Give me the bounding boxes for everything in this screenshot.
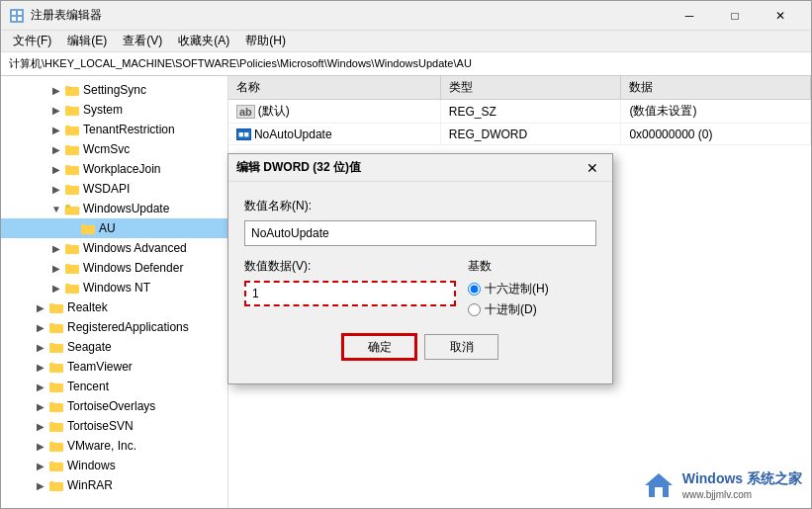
edit-dword-dialog: 编辑 DWORD (32 位)值 ✕ 数值名称(N): 数值数据(V): 基数 <box>227 153 613 384</box>
radio-hex-input[interactable] <box>468 283 481 296</box>
address-bar: 计算机\HKEY_LOCAL_MACHINE\SOFTWARE\Policies… <box>1 52 811 76</box>
tree-arrow: ▶ <box>48 283 64 294</box>
value-section: 数值数据(V): <box>244 258 456 306</box>
tree-panel[interactable]: ▶ SettingSync ▶ System ▶ TenantRestrict <box>1 76 228 508</box>
tree-arrow: ▶ <box>48 85 64 96</box>
name-input[interactable] <box>244 220 596 246</box>
tree-item-windowsnt[interactable]: ▶ Windows NT <box>1 278 227 297</box>
svg-rect-17 <box>65 185 70 188</box>
tree-item-vmware[interactable]: ▶ VMware, Inc. <box>1 436 227 456</box>
menu-edit[interactable]: 编辑(E) <box>59 31 115 51</box>
folder-icon <box>48 300 64 314</box>
radio-group: 十六进制(H) 十进制(D) <box>468 281 596 318</box>
table-row[interactable]: ■■ NoAutoUpdate REG_DWORD 0x00000000 (0) <box>228 124 811 145</box>
radio-dec[interactable]: 十进制(D) <box>468 301 596 318</box>
tree-arrow: ▶ <box>33 441 48 452</box>
tree-label: WSDAPI <box>83 182 130 196</box>
tree-arrow: ▶ <box>48 263 64 274</box>
tree-item-wcmsvc[interactable]: ▶ WcmSvc <box>1 139 227 159</box>
tree-arrow: ▶ <box>48 105 64 116</box>
menu-favorites[interactable]: 收藏夹(A) <box>170 31 237 51</box>
tree-item-windows[interactable]: ▶ Windows <box>1 456 227 475</box>
folder-icon <box>48 399 64 413</box>
cell-name: ab (默认) <box>228 100 440 124</box>
radio-hex[interactable]: 十六进制(H) <box>468 281 596 297</box>
tree-label: Realtek <box>67 300 108 314</box>
tree-item-teamviewer[interactable]: ▶ TeamViewer <box>1 357 227 377</box>
tree-item-au[interactable]: ▶ AU <box>1 218 227 238</box>
address-text: 计算机\HKEY_LOCAL_MACHINE\SOFTWARE\Policies… <box>9 56 472 71</box>
tree-item-windowsupdate[interactable]: ▼ WindowsUpdate <box>1 199 227 218</box>
menu-help[interactable]: 帮助(H) <box>237 31 294 51</box>
folder-icon-open <box>64 202 80 215</box>
col-name: 名称 <box>228 76 440 100</box>
folder-icon <box>48 340 64 354</box>
ok-button[interactable]: 确定 <box>342 334 416 360</box>
tree-arrow: ▶ <box>33 461 48 471</box>
cell-data: (数值未设置) <box>621 100 811 124</box>
tree-label: TenantRestriction <box>83 123 175 136</box>
name-label: 数值名称(N): <box>244 198 596 214</box>
radio-dec-input[interactable] <box>468 303 481 316</box>
menu-file[interactable]: 文件(F) <box>5 31 59 51</box>
svg-rect-39 <box>49 402 54 405</box>
tree-arrow: ▶ <box>33 382 48 392</box>
radio-dec-label: 十进制(D) <box>485 301 537 318</box>
svg-rect-45 <box>49 462 54 465</box>
folder-icon <box>64 182 80 196</box>
minimize-button[interactable]: ─ <box>667 1 712 31</box>
title-bar: 注册表编辑器 ─ □ ✕ <box>1 1 811 31</box>
svg-rect-15 <box>65 165 70 168</box>
tree-item-tencent[interactable]: ▶ Tencent <box>1 377 227 396</box>
reg-sz-icon: ab <box>236 105 255 119</box>
menu-view[interactable]: 查看(V) <box>115 31 170 51</box>
maximize-button[interactable]: □ <box>712 1 758 31</box>
tree-arrow: ▶ <box>48 164 64 175</box>
tree-item-windowsdefender[interactable]: ▶ Windows Defender <box>1 258 227 278</box>
radio-hex-label: 十六进制(H) <box>485 281 549 297</box>
tree-item-winrar[interactable]: ▶ WinRAR <box>1 475 227 495</box>
close-button[interactable]: ✕ <box>758 1 803 31</box>
folder-icon <box>48 320 64 334</box>
svg-rect-13 <box>65 145 70 148</box>
svg-rect-37 <box>49 382 54 385</box>
tree-label: Windows <box>67 459 116 472</box>
tree-arrow: ▶ <box>48 184 64 195</box>
tree-label: RegisteredApplications <box>67 320 189 334</box>
tree-arrow: ▶ <box>48 125 64 135</box>
tree-item-realtek[interactable]: ▶ Realtek <box>1 297 227 317</box>
cancel-button[interactable]: 取消 <box>424 334 498 360</box>
value-input-wrapper <box>244 281 456 306</box>
tree-item-workplacejoin[interactable]: ▶ WorkplaceJoin <box>1 159 227 179</box>
tree-item-system[interactable]: ▶ System <box>1 100 227 120</box>
tree-item-tenantrestriction[interactable]: ▶ TenantRestriction <box>1 120 227 139</box>
tree-item-tortoisesvn[interactable]: ▶ TortoiseSVN <box>1 416 227 436</box>
tree-item-seagate[interactable]: ▶ Seagate <box>1 337 227 357</box>
app-icon <box>9 8 25 24</box>
tree-item-settingsync[interactable]: ▶ SettingSync <box>1 80 227 100</box>
tree-label: TortoiseOverlays <box>67 399 155 413</box>
tree-arrow: ▶ <box>48 144 64 155</box>
dialog-title: 编辑 DWORD (32 位)值 <box>236 159 581 176</box>
table-row[interactable]: ab (默认) REG_SZ (数值未设置) <box>228 100 811 124</box>
tree-arrow: ▶ <box>33 421 48 432</box>
svg-rect-27 <box>65 284 70 287</box>
tree-item-tortoiseoverlays[interactable]: ▶ TortoiseOverlays <box>1 396 227 416</box>
tree-arrow: ▶ <box>33 362 48 373</box>
cell-type: REG_DWORD <box>440 124 621 145</box>
dialog-close-button[interactable]: ✕ <box>581 157 604 179</box>
tree-label: Seagate <box>67 340 112 354</box>
svg-rect-33 <box>49 343 54 346</box>
value-input[interactable] <box>244 281 456 306</box>
svg-rect-1 <box>12 11 16 15</box>
tree-item-wsdapi[interactable]: ▶ WSDAPI <box>1 179 227 199</box>
svg-rect-23 <box>65 244 70 247</box>
tree-label: Windows Defender <box>83 261 183 275</box>
dialog-row: 数值数据(V): 基数 十六进制(H) 十进制(D) <box>244 258 596 318</box>
tree-item-registeredapps[interactable]: ▶ RegisteredApplications <box>1 317 227 337</box>
tree-arrow: ▶ <box>33 302 48 313</box>
dialog-body: 数值名称(N): 数值数据(V): 基数 十六进制(H) <box>228 182 612 383</box>
tree-item-windowsadvanced[interactable]: ▶ Windows Advanced <box>1 238 227 258</box>
tree-label: TortoiseSVN <box>67 419 134 433</box>
svg-rect-19 <box>65 205 70 208</box>
